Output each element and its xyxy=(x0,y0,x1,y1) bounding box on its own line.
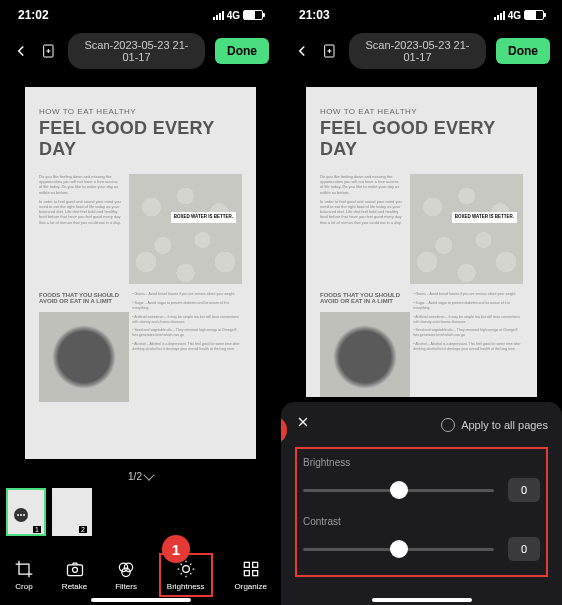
document-preview[interactable]: HOW TO EAT HEALTHY FEEL GOOD EVERY DAY D… xyxy=(0,69,281,467)
svg-rect-8 xyxy=(252,562,257,567)
filters-tool[interactable]: Filters xyxy=(109,555,143,595)
doc-title: FEEL GOOD EVERY DAY xyxy=(320,118,523,160)
filename-field[interactable]: Scan-2023-05-23 21-01-17 xyxy=(349,33,486,69)
svg-point-4 xyxy=(124,563,132,571)
thumbnail-strip: 1 2 xyxy=(0,488,281,536)
slider-thumb[interactable] xyxy=(390,540,408,558)
doc-image-lemons: BOXED WATER IS BETTER. xyxy=(129,174,242,284)
svg-rect-9 xyxy=(244,571,249,576)
brightness-panel: Apply to all pages Brightness 0 Contrast xyxy=(281,402,562,605)
page-indicator[interactable]: 1/2 xyxy=(0,471,281,482)
battery-icon xyxy=(524,10,544,20)
annotation-marker-1: 1 xyxy=(162,535,190,563)
camera-icon xyxy=(65,559,85,579)
filters-icon xyxy=(116,559,136,579)
svg-point-2 xyxy=(72,567,77,572)
doc-bullet-list: • Grains – Avoid bread loaves if you are… xyxy=(413,292,523,397)
contrast-label: Contrast xyxy=(303,516,540,527)
radio-icon xyxy=(441,418,455,432)
boxed-water-label: BOXED WATER IS BETTER. xyxy=(452,212,517,223)
status-indicators: 4G xyxy=(213,10,263,21)
add-page-button[interactable] xyxy=(40,42,58,60)
organize-tool[interactable]: Organize xyxy=(229,555,273,595)
svg-rect-1 xyxy=(67,565,82,576)
doc-image-cup xyxy=(320,312,410,397)
doc-title: FEEL GOOD EVERY DAY xyxy=(39,118,242,160)
apply-all-toggle[interactable]: Apply to all pages xyxy=(441,418,548,432)
doc-bullet-list: • Grains – Avoid bread loaves if you are… xyxy=(132,292,242,402)
signal-icon xyxy=(494,11,505,20)
doc-foods-section: FOODS THAT YOU SHOULD AVOID OR EAT IN A … xyxy=(39,292,124,402)
grid-icon xyxy=(241,559,261,579)
top-bar: Scan-2023-05-23 21-01-17 Done xyxy=(0,33,281,69)
doc-foods-section: FOODS THAT YOU SHOULD AVOID OR EAT IN A … xyxy=(320,292,405,397)
status-bar: 21:02 4G xyxy=(0,5,281,25)
status-indicators: 4G xyxy=(494,10,544,21)
chevron-down-icon xyxy=(143,469,154,480)
network-label: 4G xyxy=(508,10,521,21)
network-label: 4G xyxy=(227,10,240,21)
svg-rect-10 xyxy=(252,571,257,576)
sliders-group-highlighted: Brightness 0 Contrast 0 xyxy=(295,447,548,577)
brightness-label: Brightness xyxy=(303,457,540,468)
doc-subtitle: HOW TO EAT HEALTHY xyxy=(320,107,523,116)
close-button[interactable] xyxy=(295,414,315,435)
status-time: 21:02 xyxy=(18,8,49,22)
filename-field[interactable]: Scan-2023-05-23 21-01-17 xyxy=(68,33,205,69)
back-button[interactable] xyxy=(12,42,30,60)
doc-subtitle: HOW TO EAT HEALTHY xyxy=(39,107,242,116)
phone-right: 21:03 4G Scan-2023-05-23 21-01-17 Done H… xyxy=(281,0,562,605)
boxed-water-label: BOXED WATER IS BETTER. xyxy=(171,212,236,223)
crop-icon xyxy=(14,559,34,579)
doc-image-lemons: BOXED WATER IS BETTER. xyxy=(410,174,523,284)
top-bar: Scan-2023-05-23 21-01-17 Done xyxy=(281,33,562,69)
slider-thumb[interactable] xyxy=(390,481,408,499)
document-preview[interactable]: HOW TO EAT HEALTHY FEEL GOOD EVERY DAY D… xyxy=(281,69,562,405)
status-bar: 21:03 4G xyxy=(281,5,562,25)
bottom-toolbar: Crop Retake Filters Brightness Organize xyxy=(0,549,281,605)
phone-left: 21:02 4G Scan-2023-05-23 21-01-17 Done H… xyxy=(0,0,281,605)
done-button[interactable]: Done xyxy=(496,38,550,64)
crop-tool[interactable]: Crop xyxy=(8,555,40,595)
done-button[interactable]: Done xyxy=(215,38,269,64)
thumbnail-menu-icon[interactable] xyxy=(14,508,28,522)
svg-rect-7 xyxy=(244,562,249,567)
signal-icon xyxy=(213,11,224,20)
brightness-slider-group: Brightness 0 xyxy=(303,457,540,502)
doc-image-cup xyxy=(39,312,129,402)
close-icon xyxy=(295,414,311,430)
add-page-button[interactable] xyxy=(321,42,339,60)
svg-point-5 xyxy=(122,568,130,576)
scanned-document: HOW TO EAT HEALTHY FEEL GOOD EVERY DAY D… xyxy=(306,87,537,397)
thumbnail-1[interactable]: 1 xyxy=(6,488,46,536)
doc-intro: Do you like feeling down and missing the… xyxy=(320,174,402,284)
contrast-value: 0 xyxy=(508,537,540,561)
status-time: 21:03 xyxy=(299,8,330,22)
scanned-document: HOW TO EAT HEALTHY FEEL GOOD EVERY DAY D… xyxy=(25,87,256,459)
retake-tool[interactable]: Retake xyxy=(56,555,93,595)
home-indicator[interactable] xyxy=(91,598,191,602)
home-indicator[interactable] xyxy=(372,598,472,602)
battery-icon xyxy=(243,10,263,20)
thumbnail-2[interactable]: 2 xyxy=(52,488,92,536)
brightness-slider[interactable] xyxy=(303,489,494,492)
contrast-slider[interactable] xyxy=(303,548,494,551)
back-button[interactable] xyxy=(293,42,311,60)
svg-point-6 xyxy=(182,566,189,573)
brightness-value: 0 xyxy=(508,478,540,502)
contrast-slider-group: Contrast 0 xyxy=(303,516,540,561)
doc-intro: Do you like feeling down and missing the… xyxy=(39,174,121,284)
